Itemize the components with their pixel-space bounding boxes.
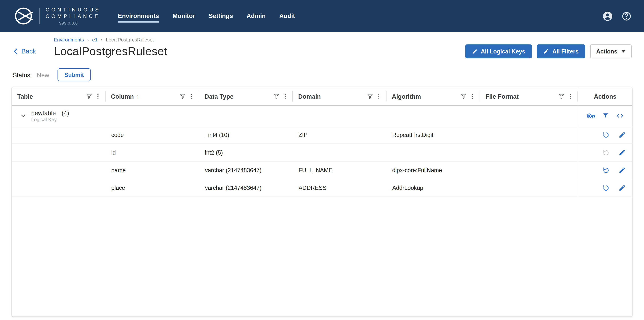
reset-assignment-button[interactable] xyxy=(602,149,610,156)
filter-funnel-icon[interactable] xyxy=(558,92,566,100)
kebab-menu-icon[interactable] xyxy=(566,92,574,101)
edit-row-button[interactable] xyxy=(618,149,626,156)
reset-icon xyxy=(602,184,610,192)
edit-pencil-icon xyxy=(618,131,626,138)
column-header-actions-label: Actions xyxy=(594,93,617,100)
nav-item-settings[interactable]: Settings xyxy=(208,9,233,23)
reset-icon xyxy=(602,166,610,174)
group-info-area: newtable (4) Logical Key xyxy=(12,106,578,126)
cell-domain: ZIP xyxy=(293,126,386,144)
edit-row-button[interactable] xyxy=(618,184,626,191)
reset-assignment-button[interactable] xyxy=(602,131,610,139)
cell-domain: ADDRESS xyxy=(293,179,386,196)
actions-label: Actions xyxy=(596,48,618,55)
cell-table xyxy=(12,179,106,196)
status-label: Status: xyxy=(13,71,32,78)
kebab-menu-icon[interactable] xyxy=(375,92,383,101)
main-nav: Environments Monitor Settings Admin Audi… xyxy=(118,9,295,23)
help-icon xyxy=(621,11,632,21)
brand-line-1: CONTINUOUS xyxy=(46,7,101,13)
breadcrumb-environments[interactable]: Environments xyxy=(54,37,84,43)
column-header-data-type-label[interactable]: Data Type xyxy=(204,93,234,100)
code-view-button[interactable] xyxy=(616,112,624,120)
breadcrumb-separator-icon: › xyxy=(87,37,89,43)
column-header-actions: Actions xyxy=(578,87,632,105)
all-filters-button[interactable]: All Filters xyxy=(537,45,585,59)
code-icon xyxy=(616,112,624,120)
table-filter-button[interactable] xyxy=(602,112,609,119)
nav-item-admin[interactable]: Admin xyxy=(246,9,266,23)
edit-row-button[interactable] xyxy=(618,131,626,138)
nav-item-monitor[interactable]: Monitor xyxy=(172,9,195,23)
cell-data-type: _int4 (10) xyxy=(199,126,293,144)
column-header-column: Column ↑ xyxy=(106,87,199,105)
filter-funnel-icon[interactable] xyxy=(178,92,187,100)
brand[interactable]: CONTINUOUS COMPLIANCE 999.0.0.0 xyxy=(14,7,101,26)
column-header-algorithm: Algorithm xyxy=(386,87,480,105)
cell-data-type: varchar (2147483647) xyxy=(199,161,293,179)
kebab-menu-icon[interactable] xyxy=(188,92,196,101)
all-logical-keys-button[interactable]: All Logical Keys xyxy=(465,45,532,59)
edit-pencil-icon xyxy=(543,49,549,54)
reset-assignment-button[interactable] xyxy=(602,184,610,192)
cell-data-type: int2 (5) xyxy=(199,144,293,161)
cell-algorithm: dlpx-core:FullName xyxy=(386,161,480,179)
collapse-group-button[interactable] xyxy=(18,111,28,121)
brand-line-2: COMPLIANCE xyxy=(46,13,101,20)
cell-domain: FULL_NAME xyxy=(293,161,386,179)
delphix-logo-icon xyxy=(14,7,36,26)
column-header-file-format-label[interactable]: File Format xyxy=(486,93,518,100)
cell-file-format xyxy=(480,144,578,161)
page: CONTINUOUS COMPLIANCE 999.0.0.0 Environm… xyxy=(0,0,644,320)
submit-button[interactable]: Submit xyxy=(57,68,91,81)
cell-algorithm: AddrLookup xyxy=(386,179,480,196)
table-row: code _int4 (10) ZIP RepeatFirstDigit xyxy=(12,126,632,144)
column-header-table-label[interactable]: Table xyxy=(17,93,33,100)
cell-table xyxy=(12,144,106,161)
column-header-column-label[interactable]: Column xyxy=(111,93,134,100)
back-button[interactable]: Back xyxy=(13,48,54,55)
group-row-count: (4) xyxy=(62,109,69,116)
edit-row-button[interactable] xyxy=(618,166,626,174)
filter-funnel-icon[interactable] xyxy=(460,92,468,100)
brand-text: CONTINUOUS COMPLIANCE 999.0.0.0 xyxy=(46,7,101,26)
nav-item-audit[interactable]: Audit xyxy=(279,9,295,23)
nav-item-environments[interactable]: Environments xyxy=(118,9,159,23)
brand-divider xyxy=(39,8,40,24)
table-row: name varchar (2147483647) FULL_NAME dlpx… xyxy=(12,161,632,179)
row-actions xyxy=(578,126,632,144)
account-circle-icon xyxy=(602,11,613,22)
ruleset-table: Table Column ↑ xyxy=(12,87,632,317)
reset-assignment-button[interactable] xyxy=(602,166,610,174)
cell-column: code xyxy=(106,126,199,144)
table-header-row: Table Column ↑ xyxy=(12,87,632,106)
sort-ascending-icon[interactable]: ↑ xyxy=(136,93,139,100)
cell-data-type: varchar (2147483647) xyxy=(199,179,293,196)
topbar-right xyxy=(602,11,632,22)
row-actions xyxy=(578,161,632,179)
group-subtitle: Logical Key xyxy=(31,117,69,122)
filter-funnel-icon[interactable] xyxy=(85,92,93,100)
kebab-menu-icon[interactable] xyxy=(468,92,476,101)
group-actions xyxy=(578,106,632,126)
page-header: Environments › e1 › LocalPostgresRuleset… xyxy=(0,32,644,59)
row-actions xyxy=(578,144,632,161)
breadcrumb: Environments › e1 › LocalPostgresRuleset xyxy=(54,37,632,43)
cell-file-format xyxy=(480,179,578,196)
breadcrumb-e1[interactable]: e1 xyxy=(92,37,98,43)
help-button[interactable] xyxy=(621,11,632,21)
kebab-menu-icon[interactable] xyxy=(94,92,102,101)
filter-funnel-icon[interactable] xyxy=(272,92,280,100)
title-actions: All Logical Keys All Filters Actions xyxy=(465,45,632,59)
column-header-domain-label[interactable]: Domain xyxy=(298,93,321,100)
filter-funnel-icon[interactable] xyxy=(366,92,374,100)
actions-menu-button[interactable]: Actions xyxy=(590,45,632,59)
user-account-button[interactable] xyxy=(602,11,613,22)
kebab-menu-icon[interactable] xyxy=(281,92,289,101)
logical-key-button[interactable] xyxy=(587,112,595,120)
version-label: 999.0.0.0 xyxy=(59,21,101,26)
title-row: Back LocalPostgresRuleset All Logical Ke… xyxy=(13,44,632,59)
column-header-algorithm-label[interactable]: Algorithm xyxy=(392,93,421,100)
status-value: New xyxy=(37,71,49,78)
cell-table xyxy=(12,161,106,179)
